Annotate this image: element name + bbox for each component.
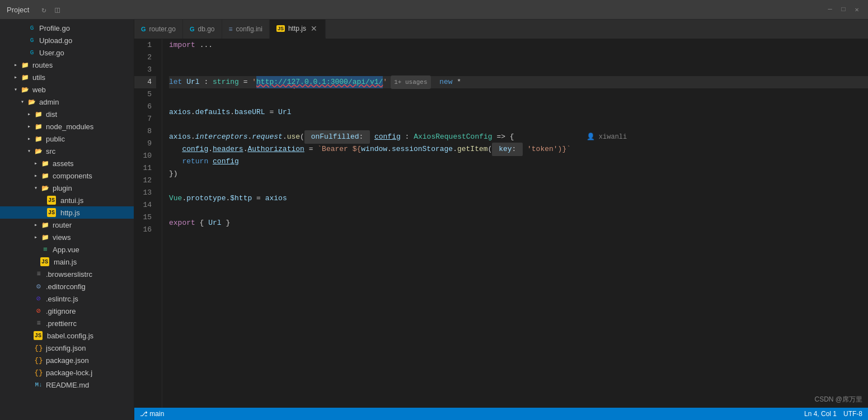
sidebar-item-antui-js[interactable]: JS antui.js	[0, 194, 134, 206]
router-arrow	[31, 220, 40, 229]
sidebar-item-routes[interactable]: 📁 routes	[0, 59, 134, 71]
sidebar-item-http-js[interactable]: JS http.js	[0, 206, 134, 219]
sidebar-item-profile-go[interactable]: G Profile.go	[0, 22, 134, 34]
sidebar-label-antui-js: antui.js	[60, 196, 83, 205]
folder-icon: 📁	[34, 121, 44, 131]
tab-router-go[interactable]: G router.go	[134, 20, 183, 39]
folder-icon: 📁	[40, 220, 50, 230]
sidebar-label-gitignore: .gitignore	[46, 307, 76, 315]
sidebar-item-dist[interactable]: 📁 dist	[0, 108, 134, 120]
config-file-icon: ≡	[34, 318, 44, 328]
sidebar-item-web[interactable]: 📂 web	[0, 83, 134, 96]
sidebar-item-readme-md[interactable]: M↓ README.md	[0, 379, 134, 391]
split-icon[interactable]: ◫	[53, 5, 62, 15]
sidebar-label-package-json: package.json	[46, 356, 89, 365]
sidebar-item-prettierrc[interactable]: ≡ .prettierrc	[0, 317, 134, 329]
sidebar-item-babel-config[interactable]: JS babel.config.js	[0, 329, 134, 342]
tab-config-ini[interactable]: ≡ config.ini	[222, 20, 270, 39]
assets-arrow	[31, 159, 40, 168]
line-num-10: 10	[134, 150, 156, 162]
project-title: Project	[7, 6, 29, 14]
md-file-icon: M↓	[34, 380, 44, 390]
sidebar-item-main-js[interactable]: JS main.js	[0, 256, 134, 268]
line-num-16: 16	[134, 224, 156, 236]
code-line-9: config.headers.Authorization = `Bearer $…	[169, 143, 868, 155]
sidebar-label-jsconfig-json: jsconfig.json	[46, 344, 86, 352]
line-num-9: 9	[134, 138, 156, 150]
sidebar-item-package-lock[interactable]: {} package-lock.j	[0, 366, 134, 379]
sidebar-item-package-json[interactable]: {} package.json	[0, 354, 134, 366]
tab-label-router-go: router.go	[149, 25, 176, 33]
code-line-16	[169, 229, 868, 242]
editor-content[interactable]: 1 2 3 4 5 6 7 8 9 10 11 12 13 14 15 16	[134, 39, 868, 408]
js-file-icon: JS	[40, 257, 49, 266]
line-num-15: 15	[134, 211, 156, 224]
title-bar-left: Project ↻ ◫	[7, 5, 62, 15]
sidebar-item-src[interactable]: 📂 src	[0, 145, 134, 157]
sidebar-item-user-go[interactable]: G User.go	[0, 46, 134, 59]
maximize-button[interactable]: □	[839, 5, 848, 14]
tab-db-go[interactable]: G db.go	[183, 20, 222, 39]
type-string: string	[213, 76, 239, 88]
code-container: 1 2 3 4 5 6 7 8 9 10 11 12 13 14 15 16	[134, 39, 868, 408]
sidebar-label-admin: admin	[39, 98, 59, 106]
code-line-1: import ...	[169, 39, 868, 51]
config-tab-icon: ≡	[229, 25, 233, 33]
folder-icon: 📂	[34, 146, 44, 156]
tab-label-db-go: db.go	[198, 25, 215, 33]
sidebar-item-plugin[interactable]: 📂 plugin	[0, 182, 134, 194]
sidebar-item-eslintrc[interactable]: ⊘ .eslintrc.js	[0, 292, 134, 305]
sidebar-item-router[interactable]: 📁 router	[0, 219, 134, 231]
sidebar-item-utils[interactable]: 📁 utils	[0, 71, 134, 83]
sidebar-item-jsconfig-json[interactable]: {} jsconfig.json	[0, 342, 134, 354]
config-file-icon: ≡	[34, 269, 44, 279]
sidebar-item-editorconfig[interactable]: ⚙ .editorconfig	[0, 280, 134, 292]
sidebar-item-components[interactable]: 📁 components	[0, 169, 134, 182]
json-file-icon: {}	[34, 367, 44, 377]
line-num-3: 3	[134, 64, 156, 76]
sidebar-label-app-vue: App.vue	[53, 246, 79, 254]
code-line-5	[169, 94, 868, 106]
sidebar-label-node-modules: node_modules	[46, 122, 93, 131]
sidebar-item-upload-go[interactable]: G Upload.go	[0, 34, 134, 46]
views-arrow	[31, 233, 40, 242]
sidebar-item-gitignore[interactable]: ⊘ .gitignore	[0, 305, 134, 317]
json-file-icon: {}	[34, 343, 44, 353]
url-value: http://127.0.0.1:3000/api/v1/	[256, 76, 383, 88]
go-file-icon: G	[27, 35, 37, 45]
code-line-8: axios.interceptors.request.use( onFulfil…	[169, 131, 868, 143]
sidebar-item-public[interactable]: 📁 public	[0, 133, 134, 145]
close-button[interactable]: ✕	[852, 5, 861, 14]
node-modules-arrow	[25, 122, 34, 131]
sidebar-item-node-modules[interactable]: 📁 node_modules	[0, 120, 134, 133]
sidebar-item-app-vue[interactable]: ≡ App.vue	[0, 243, 134, 256]
sidebar-label-web: web	[32, 86, 46, 94]
sidebar-item-assets[interactable]: 📁 assets	[0, 157, 134, 169]
line-num-2: 2	[134, 51, 156, 64]
src-arrow	[25, 147, 34, 155]
tab-close-http-js[interactable]: ✕	[309, 24, 318, 33]
sidebar-item-browserslistrc[interactable]: ≡ .browserslistrc	[0, 268, 134, 280]
refresh-icon[interactable]: ↻	[39, 5, 48, 15]
eslint-file-icon: ⊘	[34, 294, 44, 304]
sidebar-item-views[interactable]: 📁 views	[0, 231, 134, 243]
go-tab-icon: G	[141, 26, 146, 32]
title-icons: ↻ ◫	[39, 5, 62, 15]
code-line-4b: ↓	[169, 88, 868, 94]
line-num-1: 1	[134, 39, 156, 51]
tab-http-js[interactable]: JS http.js ✕	[270, 20, 326, 39]
sidebar-label-eslintrc: .eslintrc.js	[46, 295, 78, 303]
js-file-icon: JS	[47, 208, 56, 217]
components-arrow	[31, 171, 40, 180]
status-line-col: Ln 4, Col 1	[804, 410, 837, 418]
minimize-button[interactable]: ─	[825, 5, 834, 14]
usage-hint: 1+ usages	[391, 75, 430, 89]
sidebar-item-admin[interactable]: 📂 admin	[0, 96, 134, 108]
sidebar-label-package-lock: package-lock.j	[46, 369, 92, 377]
line-num-12: 12	[134, 174, 156, 187]
watermark: CSDN @席万里	[814, 395, 862, 404]
status-branch: ⎇ main	[140, 410, 164, 418]
json-file-icon: {}	[34, 355, 44, 365]
sidebar-label-http-js: http.js	[60, 209, 80, 217]
str-quote-close: '	[383, 76, 387, 88]
